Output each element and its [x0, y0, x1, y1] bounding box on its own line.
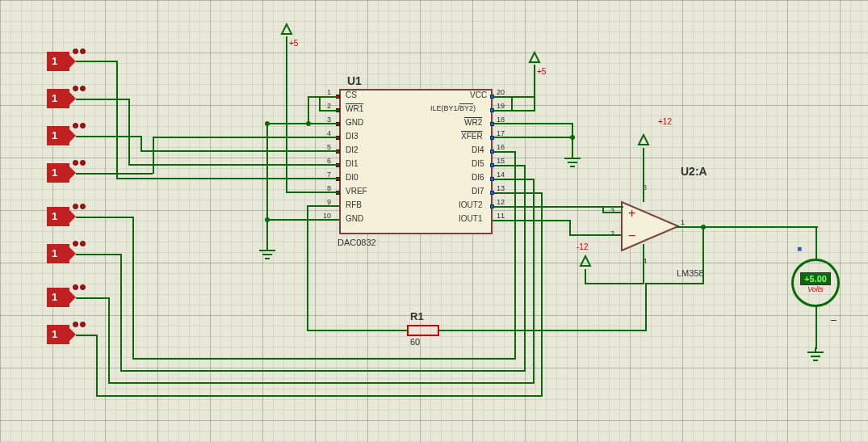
wire — [76, 61, 116, 62]
pin-label: DI6 — [472, 173, 484, 182]
wire — [585, 283, 644, 284]
wire — [493, 110, 535, 112]
pin-label: DI4 — [472, 145, 484, 154]
wire — [569, 220, 571, 236]
wire — [266, 123, 268, 247]
voltmeter-minus: − — [830, 314, 837, 326]
wire — [645, 283, 647, 331]
pin-num: 12 — [497, 198, 505, 206]
voltmeter[interactable]: +5.00 Volts — [791, 259, 840, 307]
pin-label: DI0 — [346, 173, 359, 182]
pin-label: WR1 — [346, 104, 363, 113]
logic-input-0[interactable]: 1 — [47, 52, 76, 74]
wire — [816, 307, 817, 349]
logic-input-6[interactable]: 1 — [47, 288, 76, 310]
logic-input-4[interactable]: 1 — [47, 207, 76, 229]
wire — [76, 254, 120, 255]
wire — [116, 178, 338, 179]
pin-label: DI7 — [472, 187, 484, 196]
pin-label: WR2 — [464, 118, 482, 127]
wire — [76, 297, 108, 299]
u2-ref: U2:A — [681, 165, 707, 178]
pin-num: 1 — [327, 88, 331, 96]
wire — [266, 219, 339, 221]
toggle-dots-0 — [73, 48, 86, 54]
toggle-dots-5 — [73, 241, 86, 246]
pin-num: 20 — [497, 88, 505, 96]
opamp-u2a[interactable]: + − — [614, 198, 711, 274]
u1-ref: U1 — [347, 74, 362, 87]
pin-num: 11 — [497, 212, 505, 220]
wire — [308, 96, 321, 98]
pin-num: 15 — [497, 157, 505, 165]
wire — [534, 65, 535, 112]
svg-marker-3 — [282, 24, 291, 34]
pin-num: 2 — [327, 102, 331, 110]
wire — [585, 269, 586, 284]
wire — [308, 96, 309, 124]
pin-label: XFER — [461, 132, 483, 141]
wire — [645, 283, 704, 284]
wire — [286, 192, 339, 193]
wire — [266, 123, 309, 124]
junction — [306, 121, 311, 126]
pin-num: 19 — [497, 102, 505, 110]
pin-label: VREF — [346, 187, 367, 196]
pin-num-1: 1 — [681, 218, 685, 226]
logic-input-3[interactable]: 1 — [47, 163, 76, 186]
u2-part: LM358 — [677, 268, 704, 278]
logic-input-5[interactable]: 1 — [47, 244, 76, 267]
u1-part: DAC0832 — [338, 238, 376, 247]
wire — [96, 335, 98, 395]
wire — [307, 205, 308, 331]
pin-label: VCC — [470, 91, 487, 99]
wire — [494, 151, 516, 153]
resistor-r1[interactable] — [407, 325, 439, 336]
plus5-label-2: +5 — [537, 67, 546, 76]
voltmeter-unit: Volts — [807, 285, 824, 293]
logic-state-3: 1 — [52, 166, 57, 179]
pin-label: CS — [346, 91, 357, 99]
pin-num-3: 3 — [610, 207, 614, 215]
wire — [153, 137, 154, 174]
junction — [570, 135, 575, 140]
minus12-label: -12 — [577, 242, 588, 251]
plus12-label: +12 — [658, 117, 672, 126]
ground-3 — [806, 347, 825, 362]
junction — [265, 121, 270, 126]
wire — [76, 136, 140, 137]
pin-label: IOUT1 — [459, 214, 482, 223]
wire — [140, 150, 338, 152]
wire — [702, 226, 704, 284]
wire — [511, 96, 513, 112]
svg-marker-5 — [639, 135, 648, 145]
wire — [132, 217, 134, 358]
wire — [76, 217, 132, 218]
svg-marker-4 — [530, 53, 539, 62]
pin-label: GND — [346, 214, 363, 223]
wire — [511, 96, 535, 98]
r1-value: 60 — [410, 337, 420, 347]
wire — [493, 96, 513, 98]
pin-label: GND — [346, 118, 363, 127]
pin-num-2: 2 — [610, 229, 614, 238]
wire — [307, 205, 339, 207]
pin-label: RFB — [346, 200, 362, 209]
logic-input-2[interactable]: 1 — [47, 126, 76, 149]
wire — [569, 234, 621, 236]
logic-input-7[interactable]: 1 — [47, 325, 76, 347]
logic-state-6: 1 — [52, 291, 57, 303]
voltmeter-value: +5.00 — [800, 272, 831, 285]
toggle-dots-7 — [73, 322, 86, 327]
logic-state-1: 1 — [52, 92, 57, 104]
toggle-dots-2 — [73, 123, 86, 128]
wire — [319, 178, 339, 179]
wire — [120, 370, 526, 372]
logic-state-2: 1 — [52, 129, 57, 141]
wire — [96, 395, 543, 397]
ground-1 — [258, 246, 277, 260]
wire — [319, 150, 339, 152]
logic-input-1[interactable]: 1 — [47, 89, 76, 112]
wire — [307, 330, 408, 331]
wire — [494, 179, 535, 180]
